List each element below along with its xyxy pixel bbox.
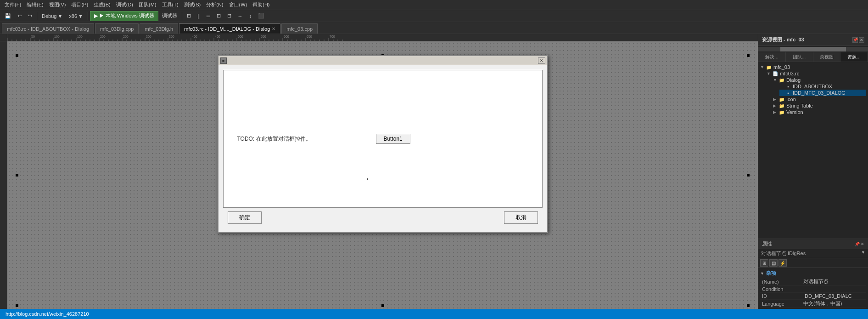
save-all-button[interactable]: 💾	[2, 11, 14, 21]
attach-label: 调试器	[162, 12, 177, 19]
status-url: http://blog.csdn.net/weixin_46287210	[4, 311, 91, 317]
tab-1-label: mfc_03Dlg.cpp	[100, 26, 134, 32]
sidebar-tab-team[interactable]: 团队...	[786, 52, 813, 62]
format-btn-8[interactable]: ⬛	[255, 11, 267, 21]
svg-text:300: 300	[146, 35, 151, 38]
props-lightning-button[interactable]: ⚡	[778, 259, 787, 267]
tree-item-idd-aboutbox[interactable]: ▪ IDD_ABOUTBOX	[779, 83, 866, 90]
toolbar-separator-3	[182, 12, 182, 20]
props-filter-button[interactable]: ▤	[769, 259, 778, 267]
tree-folder-icon-icon: 📁	[778, 97, 785, 102]
canvas-handle-mb	[381, 304, 384, 307]
redo-button[interactable]: ↪	[25, 11, 35, 21]
tree-label-string-table: String Table	[786, 103, 813, 108]
dialog-canvas[interactable]: ■ ✕ TODO: 在此放置对话框控件。 Button1	[7, 41, 758, 309]
tree-item-rc[interactable]: ▼ 📄 mfc03.rc	[767, 70, 866, 77]
tab-0[interactable]: mfc03.rc - IDD_ABOUTBOX - Dialog	[2, 23, 94, 34]
menu-file[interactable]: 文件(F)	[3, 1, 23, 8]
tree-chevron-rc: ▼	[767, 71, 772, 76]
menu-build[interactable]: 生成(B)	[92, 1, 112, 8]
tab-4-label: mfc_03.cpp	[286, 26, 313, 32]
tab-3-close[interactable]: ✕	[272, 26, 275, 31]
props-value-id: IDD_MFC_03_DIALC	[803, 293, 864, 299]
run-debugger-button[interactable]: ▶ ▶ 本地 Windows 调试器	[90, 11, 158, 21]
play-icon: ▶	[94, 13, 98, 19]
svg-text:600: 600	[284, 35, 289, 38]
sidebar-tab-resource[interactable]: 资源...	[840, 52, 868, 62]
tree-label-mfc03: mfc_03	[773, 64, 790, 70]
menu-tools[interactable]: 工具(T)	[160, 1, 180, 8]
tree-children-rc: ▼ 📁 Dialog ▪ IDD_ABOUTBOX	[767, 77, 866, 115]
props-section-header[interactable]: ▼ 杂项	[760, 269, 866, 278]
sidebar-close-button[interactable]: ✕	[859, 37, 864, 43]
props-dropdown-icon[interactable]: ▼	[861, 250, 865, 255]
sidebar-horizontal-scrollbar[interactable]	[758, 47, 868, 51]
tree-item-dialog[interactable]: ▼ 📁 Dialog	[773, 77, 866, 83]
dialog-titlebar: ■ ✕	[218, 56, 547, 65]
tab-1[interactable]: mfc_03Dlg.cpp	[95, 23, 139, 34]
props-row-name: (Name) 对话框节点	[760, 278, 866, 286]
dialog-inner-area[interactable]: TODO: 在此放置对话框控件。 Button1	[223, 70, 543, 208]
dialog-button1[interactable]: Button1	[375, 134, 410, 144]
format-btn-7[interactable]: ↕	[246, 11, 255, 21]
props-key-name: (Name)	[762, 279, 803, 285]
tab-3[interactable]: mfc03.rc - IDD_M...._DIALOG - Dialog ✕	[179, 23, 280, 34]
menu-test[interactable]: 测试(S)	[182, 1, 203, 8]
format-btn-4[interactable]: ⊡	[214, 11, 224, 21]
tab-0-label: mfc03.rc - IDD_ABOUTBOX - Dialog	[7, 26, 89, 32]
dialog-body[interactable]: TODO: 在此放置对话框控件。 Button1 确定 取消	[218, 65, 547, 232]
menu-team[interactable]: 团队(M)	[137, 1, 158, 8]
format-btn-1[interactable]: ⊞	[184, 11, 194, 21]
tree-icon-idd-mfc03: ▪	[785, 90, 791, 96]
menu-debug[interactable]: 调试(D)	[114, 1, 135, 8]
debug-config-dropdown[interactable]: Debug ▼	[39, 11, 65, 21]
format-btn-5[interactable]: ⊟	[224, 11, 234, 21]
props-section-label: 杂项	[766, 270, 776, 277]
dialog-cancel-button[interactable]: 取消	[504, 211, 538, 224]
menu-window[interactable]: 窗口(W)	[227, 1, 249, 8]
props-close-button[interactable]: ✕	[861, 242, 864, 246]
props-row-condition: Condition	[760, 286, 866, 293]
canvas-handle-ml	[16, 174, 18, 177]
tab-2[interactable]: mfc_03Dlg.h	[140, 23, 178, 34]
sidebar-tab-solution[interactable]: 解决...	[758, 52, 786, 62]
canvas-handle-mr	[747, 174, 750, 177]
sidebar-header: 资源视图 - mfc_03 📌 ✕	[758, 34, 868, 46]
menu-analyze[interactable]: 分析(N)	[204, 1, 225, 8]
format-btn-3[interactable]: ═	[204, 11, 213, 21]
menu-view[interactable]: 视图(V)	[47, 1, 68, 8]
tree-item-idd-mfc03-dialog[interactable]: ▪ IDD_MFC_03_DIALOG	[779, 90, 866, 96]
props-row-language: Language 中文(简体，中国)	[760, 300, 866, 308]
props-section-chevron: ▼	[760, 271, 764, 276]
tree-item-icon[interactable]: ▶ 📁 Icon	[773, 96, 866, 103]
properties-header: 属性 📌 ✕	[758, 239, 868, 249]
sidebar-pin-button[interactable]: 📌	[852, 37, 858, 43]
main-toolbar: 💾 ↩ ↪ Debug ▼ x86 ▼ ▶ ▶ 本地 Windows 调试器 调…	[0, 10, 868, 22]
svg-text:400: 400	[192, 35, 197, 38]
svg-text:500: 500	[238, 35, 243, 38]
tree-item-mfc03[interactable]: ▼ 📁 mfc_03	[760, 64, 866, 70]
properties-subtitle-text: 对话框节点 IDlgRes	[761, 251, 806, 256]
svg-text:250: 250	[123, 35, 129, 38]
dialog-ok-button[interactable]: 确定	[228, 211, 262, 224]
menu-project[interactable]: 项目(P)	[69, 1, 90, 8]
tree-folder-icon-version: 📁	[778, 109, 785, 115]
menu-edit[interactable]: 编辑(E)	[25, 1, 45, 8]
tree-item-string-table[interactable]: ▶ 📁 String Table	[773, 103, 866, 109]
tree-file-icon-rc: 📄	[772, 71, 778, 76]
sidebar-tree[interactable]: ▼ 📁 mfc_03 ▼ 📄 mfc03.rc ▼	[758, 62, 868, 239]
menu-help[interactable]: 帮助(H)	[251, 1, 271, 8]
props-pin-button[interactable]: 📌	[855, 242, 860, 246]
dialog-close-button[interactable]: ✕	[538, 57, 545, 64]
undo-button[interactable]: ↩	[15, 11, 24, 21]
tree-item-version[interactable]: ▶ 📁 Version	[773, 109, 866, 115]
props-sort-button[interactable]: ⊞	[760, 259, 768, 267]
platform-dropdown[interactable]: x86 ▼	[66, 11, 86, 21]
dialog-window: ■ ✕ TODO: 在此放置对话框控件。 Button1	[218, 55, 548, 233]
format-btn-2[interactable]: ‖	[195, 11, 203, 21]
attach-debugger-button[interactable]: 调试器	[159, 11, 180, 21]
sidebar-tab-class[interactable]: 类视图	[813, 52, 841, 62]
format-btn-6[interactable]: ↔	[235, 11, 246, 21]
tab-2-label: mfc_03Dlg.h	[145, 26, 173, 32]
tab-4[interactable]: mfc_03.cpp	[281, 23, 318, 34]
